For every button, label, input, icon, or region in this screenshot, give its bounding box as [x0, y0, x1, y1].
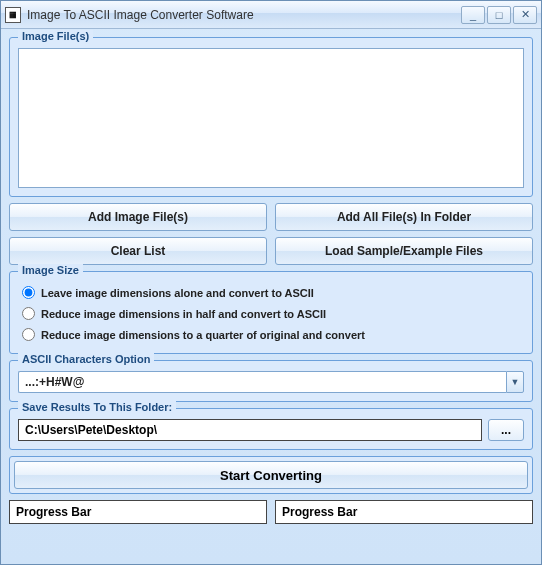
start-converting-button[interactable]: Start Converting — [14, 461, 528, 489]
window-controls: _ □ ✕ — [461, 6, 537, 24]
save-folder-input[interactable] — [18, 419, 482, 441]
ascii-characters-dropdown-button[interactable]: ▼ — [506, 371, 524, 393]
progress-bar-left: Progress Bar — [9, 500, 267, 524]
radio-option-quarter[interactable]: Reduce image dimensions to a quarter of … — [18, 324, 524, 345]
load-sample-files-button[interactable]: Load Sample/Example Files — [275, 237, 533, 265]
content-area: Image File(s) Add Image File(s) Add All … — [1, 29, 541, 532]
add-all-files-in-folder-button[interactable]: Add All File(s) In Folder — [275, 203, 533, 231]
radio-quarter-label: Reduce image dimensions to a quarter of … — [41, 329, 365, 341]
save-folder-group: Save Results To This Folder: ... — [9, 408, 533, 450]
image-files-group: Image File(s) — [9, 37, 533, 197]
radio-leave-alone-input[interactable] — [22, 286, 35, 299]
radio-half-label: Reduce image dimensions in half and conv… — [41, 308, 326, 320]
radio-quarter-input[interactable] — [22, 328, 35, 341]
save-folder-row: ... — [18, 419, 524, 441]
radio-option-half[interactable]: Reduce image dimensions in half and conv… — [18, 303, 524, 324]
app-window: ▦ Image To ASCII Image Converter Softwar… — [0, 0, 542, 565]
button-row-2: Clear List Load Sample/Example Files — [9, 237, 533, 265]
progress-row: Progress Bar Progress Bar — [9, 500, 533, 524]
radio-option-leave-alone[interactable]: Leave image dimensions alone and convert… — [18, 282, 524, 303]
ascii-characters-input[interactable] — [18, 371, 506, 393]
chevron-down-icon: ▼ — [511, 377, 520, 387]
radio-half-input[interactable] — [22, 307, 35, 320]
start-converting-wrap: Start Converting — [9, 456, 533, 494]
clear-list-button[interactable]: Clear List — [9, 237, 267, 265]
window-title: Image To ASCII Image Converter Software — [27, 8, 461, 22]
image-size-legend: Image Size — [18, 264, 83, 276]
save-folder-legend: Save Results To This Folder: — [18, 401, 176, 413]
progress-bar-right: Progress Bar — [275, 500, 533, 524]
radio-leave-alone-label: Leave image dimensions alone and convert… — [41, 287, 314, 299]
button-row-1: Add Image File(s) Add All File(s) In Fol… — [9, 203, 533, 231]
close-button[interactable]: ✕ — [513, 6, 537, 24]
ascii-characters-legend: ASCII Characters Option — [18, 353, 154, 365]
app-icon: ▦ — [5, 7, 21, 23]
image-files-legend: Image File(s) — [18, 30, 93, 42]
ascii-characters-group: ASCII Characters Option ▼ — [9, 360, 533, 402]
maximize-button[interactable]: □ — [487, 6, 511, 24]
minimize-button[interactable]: _ — [461, 6, 485, 24]
add-image-files-button[interactable]: Add Image File(s) — [9, 203, 267, 231]
titlebar: ▦ Image To ASCII Image Converter Softwar… — [1, 1, 541, 29]
file-list[interactable] — [18, 48, 524, 188]
ascii-characters-combo[interactable]: ▼ — [18, 371, 524, 393]
browse-folder-button[interactable]: ... — [488, 419, 524, 441]
image-size-group: Image Size Leave image dimensions alone … — [9, 271, 533, 354]
